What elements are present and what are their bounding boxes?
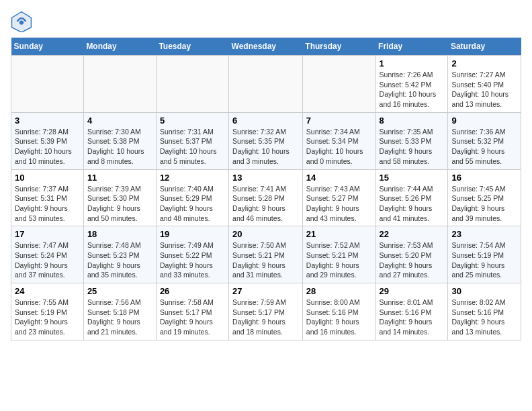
logo — [11, 11, 35, 32]
col-header-tuesday: Tuesday — [156, 38, 228, 56]
calendar-day-cell — [83, 56, 156, 113]
day-info: Sunrise: 7:39 AM Sunset: 5:30 PM Dayligh… — [87, 184, 152, 224]
col-header-wednesday: Wednesday — [229, 38, 303, 56]
calendar-day-cell: 18Sunrise: 7:48 AM Sunset: 5:23 PM Dayli… — [83, 226, 156, 283]
calendar-day-cell: 1Sunrise: 7:26 AM Sunset: 5:42 PM Daylig… — [375, 56, 448, 113]
calendar-day-cell — [11, 56, 84, 113]
day-number: 17 — [15, 229, 80, 239]
day-info: Sunrise: 7:49 AM Sunset: 5:22 PM Dayligh… — [160, 240, 225, 280]
day-info: Sunrise: 7:37 AM Sunset: 5:31 PM Dayligh… — [15, 184, 80, 224]
calendar-week-row: 1Sunrise: 7:26 AM Sunset: 5:42 PM Daylig… — [11, 56, 521, 113]
calendar-day-cell: 7Sunrise: 7:34 AM Sunset: 5:34 PM Daylig… — [302, 112, 375, 169]
calendar-day-cell: 24Sunrise: 7:55 AM Sunset: 5:19 PM Dayli… — [11, 283, 84, 340]
calendar-day-cell — [156, 56, 228, 113]
day-info: Sunrise: 7:31 AM Sunset: 5:37 PM Dayligh… — [160, 127, 225, 167]
day-number: 11 — [87, 173, 152, 183]
day-info: Sunrise: 7:55 AM Sunset: 5:19 PM Dayligh… — [15, 298, 80, 337]
day-info: Sunrise: 7:32 AM Sunset: 5:35 PM Dayligh… — [232, 127, 299, 167]
calendar-week-row: 24Sunrise: 7:55 AM Sunset: 5:19 PM Dayli… — [11, 283, 521, 340]
day-info: Sunrise: 7:28 AM Sunset: 5:39 PM Dayligh… — [15, 127, 80, 167]
day-number: 10 — [15, 173, 80, 183]
day-number: 16 — [451, 173, 517, 183]
day-number: 28 — [306, 286, 372, 296]
calendar-day-cell: 21Sunrise: 7:52 AM Sunset: 5:21 PM Dayli… — [302, 226, 375, 283]
day-number: 25 — [87, 286, 152, 296]
day-info: Sunrise: 7:26 AM Sunset: 5:42 PM Dayligh… — [380, 70, 445, 109]
calendar-day-cell: 9Sunrise: 7:36 AM Sunset: 5:32 PM Daylig… — [448, 112, 521, 169]
day-number: 19 — [160, 229, 225, 239]
calendar-day-cell: 12Sunrise: 7:40 AM Sunset: 5:29 PM Dayli… — [156, 169, 228, 226]
col-header-sunday: Sunday — [11, 38, 84, 56]
calendar-day-cell: 28Sunrise: 8:00 AM Sunset: 5:16 PM Dayli… — [302, 283, 375, 340]
day-number: 9 — [451, 116, 517, 126]
day-info: Sunrise: 7:44 AM Sunset: 5:26 PM Dayligh… — [380, 184, 445, 224]
day-info: Sunrise: 8:02 AM Sunset: 5:16 PM Dayligh… — [451, 298, 517, 337]
calendar-day-cell: 20Sunrise: 7:50 AM Sunset: 5:21 PM Dayli… — [229, 226, 303, 283]
calendar-table: SundayMondayTuesdayWednesdayThursdayFrid… — [11, 38, 521, 340]
calendar-day-cell: 2Sunrise: 7:27 AM Sunset: 5:40 PM Daylig… — [448, 56, 521, 113]
calendar-header-row: SundayMondayTuesdayWednesdayThursdayFrid… — [11, 38, 521, 56]
calendar-day-cell: 11Sunrise: 7:39 AM Sunset: 5:30 PM Dayli… — [83, 169, 156, 226]
day-info: Sunrise: 7:54 AM Sunset: 5:19 PM Dayligh… — [451, 240, 517, 280]
calendar-day-cell: 30Sunrise: 8:02 AM Sunset: 5:16 PM Dayli… — [448, 283, 521, 340]
calendar-day-cell: 22Sunrise: 7:53 AM Sunset: 5:20 PM Dayli… — [375, 226, 448, 283]
day-number: 21 — [306, 229, 372, 239]
day-number: 6 — [232, 116, 299, 126]
day-info: Sunrise: 8:00 AM Sunset: 5:16 PM Dayligh… — [306, 298, 372, 337]
day-number: 22 — [380, 229, 445, 239]
calendar-day-cell: 26Sunrise: 7:58 AM Sunset: 5:17 PM Dayli… — [156, 283, 228, 340]
day-info: Sunrise: 8:01 AM Sunset: 5:16 PM Dayligh… — [380, 298, 445, 337]
col-header-friday: Friday — [375, 38, 448, 56]
day-info: Sunrise: 7:34 AM Sunset: 5:34 PM Dayligh… — [306, 127, 372, 167]
day-number: 3 — [15, 116, 80, 126]
day-info: Sunrise: 7:45 AM Sunset: 5:25 PM Dayligh… — [451, 184, 517, 224]
day-info: Sunrise: 7:56 AM Sunset: 5:18 PM Dayligh… — [87, 298, 152, 337]
day-info: Sunrise: 7:41 AM Sunset: 5:28 PM Dayligh… — [232, 184, 299, 224]
day-number: 23 — [451, 229, 517, 239]
day-info: Sunrise: 7:40 AM Sunset: 5:29 PM Dayligh… — [160, 184, 225, 224]
page-header — [11, 11, 521, 32]
day-number: 12 — [160, 173, 225, 183]
day-number: 1 — [380, 58, 445, 68]
calendar-day-cell — [229, 56, 303, 113]
day-number: 27 — [232, 286, 299, 296]
day-info: Sunrise: 7:52 AM Sunset: 5:21 PM Dayligh… — [306, 240, 372, 280]
calendar-week-row: 3Sunrise: 7:28 AM Sunset: 5:39 PM Daylig… — [11, 112, 521, 169]
day-number: 7 — [306, 116, 372, 126]
day-number: 18 — [87, 229, 152, 239]
calendar-day-cell: 5Sunrise: 7:31 AM Sunset: 5:37 PM Daylig… — [156, 112, 228, 169]
col-header-saturday: Saturday — [448, 38, 521, 56]
calendar-day-cell: 6Sunrise: 7:32 AM Sunset: 5:35 PM Daylig… — [229, 112, 303, 169]
day-info: Sunrise: 7:36 AM Sunset: 5:32 PM Dayligh… — [451, 127, 517, 167]
day-number: 26 — [160, 286, 225, 296]
day-number: 2 — [451, 58, 517, 68]
day-info: Sunrise: 7:35 AM Sunset: 5:33 PM Dayligh… — [380, 127, 445, 167]
calendar-week-row: 17Sunrise: 7:47 AM Sunset: 5:24 PM Dayli… — [11, 226, 521, 283]
calendar-day-cell — [302, 56, 375, 113]
calendar-day-cell: 27Sunrise: 7:59 AM Sunset: 5:17 PM Dayli… — [229, 283, 303, 340]
col-header-monday: Monday — [83, 38, 156, 56]
calendar-day-cell: 15Sunrise: 7:44 AM Sunset: 5:26 PM Dayli… — [375, 169, 448, 226]
calendar-day-cell: 13Sunrise: 7:41 AM Sunset: 5:28 PM Dayli… — [229, 169, 303, 226]
day-info: Sunrise: 7:27 AM Sunset: 5:40 PM Dayligh… — [451, 70, 517, 109]
calendar-week-row: 10Sunrise: 7:37 AM Sunset: 5:31 PM Dayli… — [11, 169, 521, 226]
calendar-day-cell: 23Sunrise: 7:54 AM Sunset: 5:19 PM Dayli… — [448, 226, 521, 283]
day-number: 24 — [15, 286, 80, 296]
day-info: Sunrise: 7:47 AM Sunset: 5:24 PM Dayligh… — [15, 240, 80, 280]
svg-point-2 — [19, 20, 24, 24]
calendar-day-cell: 17Sunrise: 7:47 AM Sunset: 5:24 PM Dayli… — [11, 226, 84, 283]
calendar-day-cell: 14Sunrise: 7:43 AM Sunset: 5:27 PM Dayli… — [302, 169, 375, 226]
day-info: Sunrise: 7:43 AM Sunset: 5:27 PM Dayligh… — [306, 184, 372, 224]
col-header-thursday: Thursday — [302, 38, 375, 56]
calendar-day-cell: 19Sunrise: 7:49 AM Sunset: 5:22 PM Dayli… — [156, 226, 228, 283]
day-number: 5 — [160, 116, 225, 126]
day-info: Sunrise: 7:50 AM Sunset: 5:21 PM Dayligh… — [232, 240, 299, 280]
calendar-day-cell: 3Sunrise: 7:28 AM Sunset: 5:39 PM Daylig… — [11, 112, 84, 169]
day-info: Sunrise: 7:53 AM Sunset: 5:20 PM Dayligh… — [380, 240, 445, 280]
day-number: 29 — [380, 286, 445, 296]
calendar-day-cell: 25Sunrise: 7:56 AM Sunset: 5:18 PM Dayli… — [83, 283, 156, 340]
calendar-day-cell: 10Sunrise: 7:37 AM Sunset: 5:31 PM Dayli… — [11, 169, 84, 226]
calendar-day-cell: 8Sunrise: 7:35 AM Sunset: 5:33 PM Daylig… — [375, 112, 448, 169]
day-info: Sunrise: 7:58 AM Sunset: 5:17 PM Dayligh… — [160, 298, 225, 337]
calendar-day-cell: 4Sunrise: 7:30 AM Sunset: 5:38 PM Daylig… — [83, 112, 156, 169]
